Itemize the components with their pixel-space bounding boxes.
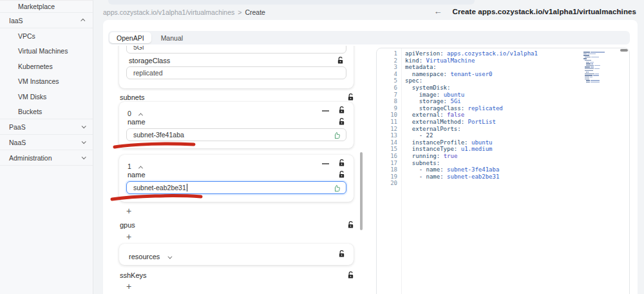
gpus-label: gpus — [120, 221, 135, 229]
minimap-line — [583, 66, 609, 68]
code-line[interactable]: 12 externalPorts: — [377, 126, 629, 133]
unlock-icon[interactable] — [347, 221, 354, 229]
line-text — [397, 180, 405, 187]
sidebar-item-paas[interactable]: PaaS — [0, 119, 93, 135]
minimap-line — [583, 83, 609, 84]
code-line[interactable]: 16 running: true — [377, 153, 629, 160]
editor-minimap[interactable] — [583, 52, 609, 85]
sidebar-item-label: Administration — [9, 154, 82, 162]
minimap-line — [583, 52, 609, 53]
editor-scrollbar-thumb[interactable] — [620, 49, 628, 52]
code-line[interactable]: 15 instanceType: u1.medium — [377, 146, 629, 153]
code-line[interactable]: 8 storage: 5Gi — [377, 98, 629, 105]
line-number: 20 — [377, 180, 397, 187]
resources-header[interactable]: resources — [129, 250, 171, 262]
subnet-0-name-input[interactable]: subnet-3fe41aba — [126, 128, 346, 141]
subnet-1-header[interactable]: 1 — [128, 160, 142, 172]
form-scrollbar-thumb[interactable] — [360, 152, 363, 230]
add-gpu-button[interactable]: + — [126, 232, 131, 241]
code-line[interactable]: 11 externalMethod: PortList — [377, 119, 629, 126]
line-number: 18 — [377, 166, 397, 173]
line-number: 16 — [377, 153, 397, 160]
code-line[interactable]: 6 systemDisk: — [377, 84, 629, 92]
line-text: instanceType: u1.medium — [397, 146, 493, 153]
line-number: 14 — [377, 139, 397, 146]
breadcrumb-path[interactable]: apps.cozystack.io/v1alpha1/virtualmachin… — [103, 8, 234, 16]
sidebar-item-vm-instances[interactable]: VM Instances — [0, 74, 93, 90]
unlock-icon[interactable] — [347, 271, 354, 279]
unlock-icon[interactable] — [338, 106, 345, 114]
code-line[interactable]: 20 — [377, 180, 629, 187]
tab-openapi[interactable]: OpenAPI — [109, 32, 151, 43]
line-number: 2 — [377, 57, 397, 64]
sidebar-item-vm-disks[interactable]: VM Disks — [0, 89, 93, 104]
code-line[interactable]: 17 subnets: — [377, 160, 629, 167]
remove-subnet-0-button[interactable] — [322, 106, 329, 114]
yaml-editor[interactable]: 1apiVersion: apps.cozystack.io/v1alpha12… — [376, 48, 630, 294]
subnet-0-name-label: name — [128, 118, 146, 126]
chevron-down-icon — [82, 124, 86, 128]
unlock-icon[interactable] — [347, 93, 354, 101]
chevron-up-icon[interactable] — [138, 113, 143, 117]
minimap-line — [583, 77, 609, 78]
code-line[interactable]: 19 - name: subnet-eab2be31 — [377, 173, 629, 181]
minimap-line — [583, 80, 609, 81]
text-cursor — [187, 184, 187, 191]
code-line[interactable]: 14 instanceProfile: ubuntu — [377, 139, 629, 146]
sidebar-item-kubernetes[interactable]: Kubernetes — [0, 59, 93, 74]
sidebar-item-iaas[interactable]: IaaS — [0, 13, 93, 28]
storage-field[interactable]: 5Gi — [126, 46, 346, 54]
line-number: 6 — [377, 84, 397, 92]
storage-class-value: replicated — [133, 69, 163, 77]
sidebar-item-virtual-machines[interactable]: Virtual Machines — [0, 44, 93, 59]
line-number: 4 — [377, 71, 397, 78]
chevron-up-icon[interactable] — [138, 166, 143, 170]
line-text: spec: — [397, 77, 422, 84]
line-number: 19 — [377, 173, 397, 181]
unlock-icon[interactable] — [338, 250, 345, 258]
code-line[interactable]: 18 - name: subnet-3fe41aba — [377, 166, 629, 173]
thumbs-up-icon — [333, 184, 341, 192]
sidebar-item-administration[interactable]: Administration — [0, 150, 93, 166]
tab-manual[interactable]: Manual — [153, 32, 191, 43]
sidebar-item-label: Kubernetes — [18, 63, 93, 70]
tab-openapi-label: OpenAPI — [117, 34, 144, 42]
code-line[interactable]: 9 storageClass: replicated — [377, 105, 629, 112]
add-subnet-button[interactable]: + — [126, 206, 131, 215]
remove-subnet-1-button[interactable] — [322, 159, 329, 167]
storage-class-input[interactable]: replicated — [126, 66, 346, 79]
minimap-line — [583, 68, 609, 70]
line-text: - name: subnet-3fe41aba — [397, 166, 499, 173]
subnet-0-header[interactable]: 0 — [128, 107, 142, 119]
sidebar-item-vpcs[interactable]: VPCs — [0, 28, 93, 44]
sidebar-item-label: VM Instances — [18, 77, 93, 85]
unlock-icon[interactable] — [338, 159, 345, 167]
code-line[interactable]: 13 - 22 — [377, 132, 629, 139]
line-number: 10 — [377, 112, 397, 119]
form-column: 5Gi storageClass replicated subnets — [108, 46, 368, 294]
sidebar-item-marketplace[interactable]: Marketplace — [0, 1, 93, 13]
sidebar-list: MarketplaceIaaSVPCsVirtual MachinesKuber… — [0, 1, 93, 166]
back-arrow-icon[interactable]: ← — [434, 7, 442, 15]
minimap-line — [583, 57, 609, 58]
thumbs-up-icon — [333, 132, 341, 139]
minimap-line — [583, 63, 609, 64]
minimap-line — [583, 75, 609, 76]
subnet-0-name-value: subnet-3fe41aba — [133, 131, 184, 139]
add-sshkey-button[interactable]: + — [126, 282, 131, 291]
unlock-icon[interactable] — [338, 171, 345, 179]
subnet-card-0: 0 name subnet-3fe41aba — [119, 102, 354, 148]
line-number: 5 — [377, 77, 397, 84]
sidebar-item-label: IaaS — [9, 17, 82, 24]
code-line[interactable]: 7 image: ubuntu — [377, 92, 629, 99]
sidebar-item-label: Marketplace — [18, 3, 93, 10]
sidebar-item-buckets[interactable]: Buckets — [0, 104, 93, 120]
sidebar-item-naas[interactable]: NaaS — [0, 135, 93, 150]
resources-card[interactable]: resources — [119, 244, 354, 265]
storage-class-label: storageClass — [129, 57, 170, 64]
subnet-1-name-input[interactable]: subnet-eab2be31 — [126, 181, 346, 194]
code-line[interactable]: 10 external: false — [377, 112, 629, 119]
unlock-icon[interactable] — [337, 57, 344, 64]
unlock-icon[interactable] — [338, 118, 345, 126]
page-header: ← Create apps.cozystack.io/v1alpha1/virt… — [434, 7, 637, 15]
